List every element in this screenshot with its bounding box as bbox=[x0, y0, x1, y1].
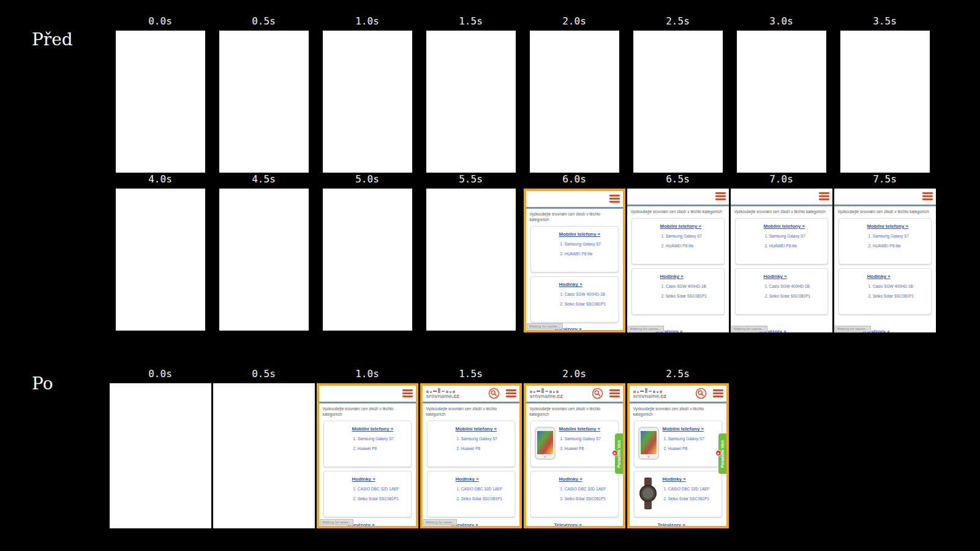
menu-icon[interactable] bbox=[922, 192, 933, 201]
category-title-link[interactable]: Mobilní telefony » bbox=[352, 426, 409, 432]
menu-icon[interactable] bbox=[609, 389, 620, 399]
product-item[interactable]: 2. Seiko Solar SSC081P1 bbox=[765, 294, 825, 298]
category-title-link[interactable]: Mobilní telefony » bbox=[867, 223, 929, 229]
product-item[interactable]: 1. Casio SGW 400HD-1B bbox=[662, 284, 722, 288]
category-cards: Mobilní telefony » 1. Samsung Galaxy S72… bbox=[731, 218, 832, 315]
menu-icon[interactable] bbox=[402, 389, 413, 399]
category-card: Mobilní telefony » 1. Samsung Galaxy S72… bbox=[631, 218, 725, 264]
product-item[interactable]: 1. Casio SGW 400HD-1B bbox=[560, 292, 616, 296]
filmstrip-frame[interactable]: srovname.cz Vyzkoušejte srovnání cen zbo… bbox=[524, 189, 625, 332]
category-link-partial[interactable]: Televizory » bbox=[658, 522, 685, 528]
product-item[interactable]: 1. Samsung Galaxy S7 bbox=[457, 437, 512, 441]
frame-timestamp: 0.0s bbox=[148, 369, 172, 379]
product-item[interactable]: 1. Samsung Galaxy S7 bbox=[560, 437, 616, 441]
product-item[interactable]: 1. Casio SGW 400HD-1B bbox=[765, 284, 825, 288]
filmstrip-frame[interactable]: srovname.cz Vyzkoušejte srovnání cen zbo… bbox=[834, 189, 936, 332]
category-title-link[interactable]: Hodinky » bbox=[456, 476, 512, 482]
advice-tab[interactable]: Poradíme Vám bbox=[718, 433, 726, 474]
product-item[interactable]: 2. Seiko Solar SSC081P1 bbox=[662, 294, 722, 298]
category-card: Mobilní telefony » 1. Samsung Galaxy S72… bbox=[530, 226, 619, 272]
filmstrip-frame[interactable] bbox=[737, 31, 826, 173]
frame-timestamp: 6.5s bbox=[666, 174, 690, 184]
menu-icon[interactable] bbox=[609, 195, 620, 204]
category-title-link[interactable]: Hodinky » bbox=[660, 274, 722, 279]
product-item[interactable]: 1. CASIO DBC 32D 1AEF bbox=[457, 487, 512, 491]
product-item[interactable]: 2. Seiko Solar SSC081P1 bbox=[560, 497, 616, 501]
filmstrip-frame[interactable] bbox=[219, 31, 309, 173]
product-item[interactable]: 2. HUAWEI P8 lite bbox=[765, 244, 825, 248]
filmstrip-frame[interactable]: srovname.cz Vyzkoušejte srovnání cen zbo… bbox=[524, 383, 625, 528]
filmstrip-frame[interactable] bbox=[530, 31, 619, 173]
category-link-partial[interactable]: Televizory » bbox=[554, 522, 582, 528]
filmstrip-cell: 4.5s bbox=[212, 174, 315, 332]
product-item[interactable]: 1. CASIO DBC 32D 1AEF bbox=[353, 487, 409, 491]
category-title-link[interactable]: Hodinky » bbox=[559, 282, 616, 287]
category-title-link[interactable]: Hodinky » bbox=[559, 476, 616, 482]
frame-timestamp: 7.0s bbox=[769, 174, 793, 184]
product-item[interactable]: 2. HUAWEI P8 lite bbox=[560, 252, 616, 256]
category-title-link[interactable]: Mobilní telefony » bbox=[559, 426, 616, 432]
filmstrip-frame[interactable]: srovname.cz Vyzkoušejte srovnání cen zbo… bbox=[627, 383, 729, 528]
menu-icon[interactable] bbox=[819, 192, 829, 201]
filmstrip-cell: 5.5s bbox=[419, 174, 522, 332]
product-item[interactable]: 1. Samsung Galaxy S7 bbox=[765, 234, 825, 238]
logo-text: srovname.cz bbox=[633, 394, 667, 399]
filmstrip-frame[interactable] bbox=[219, 189, 309, 331]
product-item[interactable]: 2. Huawei P8 bbox=[560, 446, 616, 451]
filmstrip-frame[interactable] bbox=[323, 189, 412, 331]
product-item[interactable]: 1. Samsung Galaxy S7 bbox=[560, 242, 616, 246]
filmstrip-frame[interactable]: srovname.cz Vyzkoušejte srovnání cen zbo… bbox=[731, 189, 832, 332]
category-title-link[interactable]: Mobilní telefony » bbox=[559, 231, 616, 237]
product-item[interactable]: 2. HUAWEI P8 lite bbox=[869, 244, 929, 248]
logo-bars-icon bbox=[426, 388, 460, 393]
filmstrip-frame[interactable] bbox=[633, 31, 723, 173]
product-item[interactable]: 2. Seiko Solar SSC081P1 bbox=[869, 294, 929, 298]
category-title-link[interactable]: Hodinky » bbox=[352, 476, 409, 482]
product-item[interactable]: 2. Huawei P8 bbox=[353, 446, 409, 451]
advice-tab[interactable]: Poradíme Vám bbox=[615, 433, 623, 474]
filmstrip-frame[interactable] bbox=[213, 383, 315, 528]
category-title-link[interactable]: Mobilní telefony » bbox=[663, 426, 719, 432]
menu-icon[interactable] bbox=[506, 389, 516, 399]
mini-browser-header: srovname.cz bbox=[834, 189, 936, 206]
filmstrip-frame[interactable]: srovname.cz Vyzkoušejte srovnání cen zbo… bbox=[420, 383, 522, 528]
product-item[interactable]: 1. CASIO DBC 32D 1AEF bbox=[664, 487, 719, 491]
product-item[interactable]: 1. Samsung Galaxy S7 bbox=[353, 437, 409, 441]
filmstrip-frame[interactable]: srovname.cz Vyzkoušejte srovnání cen zbo… bbox=[317, 383, 418, 528]
search-icon[interactable] bbox=[695, 388, 707, 399]
product-item[interactable]: 2. Seiko Solar SSC081P1 bbox=[560, 302, 616, 306]
filmstrip-frame[interactable] bbox=[426, 189, 516, 331]
filmstrip-frame[interactable] bbox=[840, 31, 930, 173]
category-title-link[interactable]: Mobilní telefony » bbox=[456, 426, 512, 432]
filmstrip-frame[interactable] bbox=[116, 189, 205, 331]
category-title-link[interactable]: Mobilní telefony » bbox=[660, 223, 722, 229]
product-item[interactable]: 2. Huawei P8 bbox=[664, 446, 719, 451]
filmstrip-frame[interactable] bbox=[323, 31, 412, 173]
filmstrip-cell: 2.5s srovname.cz Vyzkoušejte srovnání ce… bbox=[626, 369, 729, 528]
product-item[interactable]: 2. HUAWEI P8 lite bbox=[662, 244, 722, 248]
filmstrip-frame[interactable] bbox=[110, 383, 211, 528]
phone-photo bbox=[638, 427, 659, 460]
product-item[interactable]: 2. Seiko Solar SSC081P1 bbox=[457, 497, 512, 501]
product-item[interactable]: 1. CASIO DBC 32D 1AEF bbox=[560, 487, 616, 491]
product-item[interactable]: 1. Casio SGW 400HD-1B bbox=[869, 284, 929, 288]
filmstrip-frame[interactable]: srovname.cz Vyzkoušejte srovnání cen zbo… bbox=[627, 189, 729, 332]
product-item[interactable]: 1. Samsung Galaxy S7 bbox=[869, 234, 929, 238]
product-item[interactable]: 1. Samsung Galaxy S7 bbox=[664, 437, 719, 441]
product-item[interactable]: 2. Huawei P8 bbox=[457, 446, 512, 451]
menu-icon[interactable] bbox=[713, 389, 723, 399]
category-title-link[interactable]: Mobilní telefony » bbox=[764, 223, 825, 229]
product-item[interactable]: 1. Samsung Galaxy S7 bbox=[662, 234, 722, 238]
category-title-link[interactable]: Hodinky » bbox=[764, 274, 825, 279]
product-item[interactable]: 2. Seiko Solar SSC081P1 bbox=[353, 497, 409, 501]
search-icon[interactable] bbox=[488, 388, 500, 399]
category-title-link[interactable]: Hodinky » bbox=[663, 476, 719, 482]
category-title-link[interactable]: Hodinky » bbox=[867, 274, 929, 279]
frame-timestamp: 2.0s bbox=[562, 369, 586, 379]
intro-text: Vyzkoušejte srovnání cen zboží v těchto … bbox=[627, 206, 729, 214]
product-item[interactable]: 2. Seiko Solar SSC081P1 bbox=[664, 497, 719, 501]
search-icon[interactable] bbox=[592, 388, 603, 399]
filmstrip-frame[interactable] bbox=[116, 31, 205, 173]
menu-icon[interactable] bbox=[715, 192, 726, 201]
filmstrip-frame[interactable] bbox=[426, 31, 516, 173]
